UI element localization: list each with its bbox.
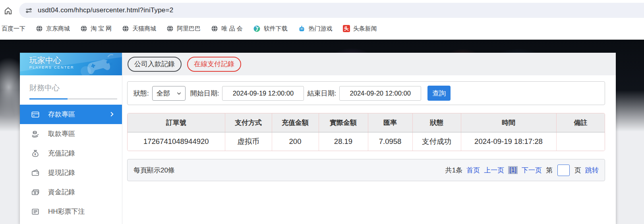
sidebar-item-label: 充值記錄 (48, 149, 75, 158)
sidebar-item-withdraw-records[interactable]: 提現記錄 (20, 163, 122, 182)
table-row: 1726741048944920 虚拟币 200 28.19 7.0958 支付… (128, 132, 605, 151)
status-select[interactable]: 全部 (152, 86, 186, 101)
tab-online-payment-records[interactable]: 在線支付記錄 (187, 57, 241, 72)
bookmark-software[interactable]: 软件下载 (248, 25, 293, 33)
col-time: 時間 (461, 113, 556, 132)
home-button[interactable] (2, 5, 14, 17)
jump-prefix-text: 第 (546, 166, 553, 175)
page-background: 玩家中心 PLAYERS CENTER 財務中心 (0, 40, 644, 224)
cell-status: 支付成功 (412, 132, 461, 151)
user-center-panel: 玩家中心 PLAYERS CENTER 財務中心 (20, 53, 616, 224)
cell-remark (556, 132, 605, 151)
hand-coins-icon (31, 130, 40, 138)
total-count-text: 共1条 (445, 166, 462, 175)
bookmark-alibaba[interactable]: 阿里巴巴 (161, 25, 206, 33)
bookmark-taobao[interactable]: 淘 宝 网 (75, 25, 117, 33)
prev-page-link[interactable]: 上一页 (484, 166, 504, 175)
circle-watermark (81, 66, 91, 75)
globe-icon (166, 25, 174, 32)
sidebar-header: 玩家中心 PLAYERS CENTER (20, 53, 122, 75)
sidebar-item-recharge-records[interactable]: ¥ 充值記錄 (20, 144, 122, 163)
records-table: 訂單號 支付方式 充值金額 實際金額 匯率 狀態 時間 備註 (127, 113, 605, 151)
bookmark-toutiao[interactable]: 头 头条新闻 (338, 25, 382, 33)
status-label: 狀態: (133, 89, 149, 98)
tab-strip: 公司入款記錄 在線支付記錄 (122, 53, 616, 75)
end-date-label: 結束日期: (307, 89, 336, 98)
wallet-icon (31, 168, 40, 177)
cell-time: 2024-09-19 18:17:28 (461, 132, 556, 151)
sidebar-item-funds-records[interactable]: 資金記錄 (20, 182, 122, 202)
cell-recharge-amount: 200 (272, 132, 319, 151)
sidebar-item-label: 取款專區 (48, 129, 75, 138)
sidebar-menu: 存款專區 取款專區 ¥ 充值記錄 (20, 105, 122, 221)
first-page-link[interactable]: 首页 (466, 166, 480, 175)
page-number-input[interactable] (557, 165, 570, 176)
sidebar-section: 財務中心 (20, 75, 122, 100)
jump-suffix-text: 页 (574, 166, 581, 175)
sidebar: 玩家中心 PLAYERS CENTER 財務中心 (20, 53, 122, 224)
jump-button[interactable]: 跳转 (585, 166, 599, 175)
bookmarks-bar: 百度一下 京东商城 淘 宝 网 天猫商城 (0, 21, 644, 36)
col-status: 狀態 (412, 113, 461, 132)
globe-icon (211, 25, 218, 32)
col-order-number: 訂單號 (128, 113, 225, 132)
sidebar-item-deposit[interactable]: 存款專區 (20, 105, 122, 124)
chevron-down-icon (176, 91, 182, 96)
chevron-right-icon (108, 111, 116, 118)
sidebar-item-label: HH彩票下注 (48, 207, 85, 216)
content-body: 狀態: 全部 開始日期: 結束日期: 查詢 (122, 75, 616, 181)
bank-card-icon (31, 110, 40, 119)
cell-actual-amount: 28.19 (319, 132, 368, 151)
start-date-label: 開始日期: (190, 89, 219, 98)
col-payment-method: 支付方式 (225, 113, 272, 132)
sidebar-item-label: 存款專區 (48, 110, 75, 119)
cell-payment-method: 虚拟币 (225, 132, 272, 151)
globe-icon (80, 25, 87, 32)
pager: 共1条 首页 上一页 [1] 下一页 第 页 跳转 (445, 165, 599, 176)
col-exchange-rate: 匯率 (368, 113, 412, 132)
toutiao-icon: 头 (343, 25, 350, 32)
address-bar[interactable]: usdt04.com/hhcp/usercenter.html?iniType=… (19, 3, 644, 18)
sidebar-item-label: 資金記錄 (48, 188, 75, 197)
end-date-input[interactable] (339, 86, 421, 101)
table-header-row: 訂單號 支付方式 充值金額 實際金額 匯率 狀態 時間 備註 (128, 113, 605, 132)
bookmark-jd[interactable]: 京东商城 (31, 25, 75, 33)
site-info-icon[interactable] (25, 7, 33, 14)
svg-text:¥: ¥ (34, 153, 36, 156)
col-actual-amount: 實際金額 (319, 113, 368, 132)
cell-exchange-rate: 7.0958 (368, 132, 412, 151)
sidebar-item-withdraw[interactable]: 取款專區 (20, 124, 122, 144)
ticket-list-icon (31, 207, 40, 216)
home-icon (4, 6, 13, 15)
tab-company-deposit-records[interactable]: 公司入款記錄 (128, 57, 182, 72)
query-button[interactable]: 查詢 (427, 86, 451, 101)
sidebar-section-label: 財務中心 (29, 83, 117, 93)
status-select-value: 全部 (157, 89, 170, 98)
content-area: 公司入款記錄 在線支付記錄 狀態: 全部 開始日期: 結束日期: (122, 53, 616, 224)
cell-order-number: 1726741048944920 (128, 132, 225, 151)
bookmark-games[interactable]: 热门游戏 (293, 25, 338, 33)
section-underline (29, 98, 117, 100)
download-icon (253, 25, 261, 33)
url-text: usdt04.com/hhcp/usercenter.html?iniType=… (38, 6, 173, 14)
banknotes-icon (31, 188, 40, 197)
col-recharge-amount: 充值金額 (272, 113, 319, 132)
browser-toolbar: usdt04.com/hhcp/usercenter.html?iniType=… (0, 0, 644, 21)
game-icon (298, 25, 306, 33)
next-page-link[interactable]: 下一页 (522, 166, 542, 175)
pagination-bar: 每頁顯示20條 共1条 首页 上一页 [1] 下一页 第 页 跳转 (127, 159, 605, 181)
money-bag-icon: ¥ (31, 149, 40, 158)
filter-bar: 狀態: 全部 開始日期: 結束日期: 查詢 (127, 81, 605, 105)
start-date-input[interactable] (222, 86, 304, 101)
bookmark-tmall[interactable]: 天猫商城 (117, 25, 161, 33)
sidebar-item-hh-lottery-bets[interactable]: HH彩票下注 (20, 202, 122, 221)
col-remark: 備註 (556, 113, 605, 132)
globe-icon (122, 25, 129, 32)
bookmark-vip[interactable]: 唯 品 会 (206, 25, 248, 33)
bookmark-baidu[interactable]: 百度一下 (1, 25, 31, 33)
sidebar-item-label: 提現記錄 (48, 168, 75, 177)
page-size-text: 每頁顯示20條 (133, 166, 175, 175)
current-page-indicator: [1] (508, 166, 518, 174)
screen: usdt04.com/hhcp/usercenter.html?iniType=… (0, 0, 644, 224)
globe-icon (36, 25, 43, 32)
